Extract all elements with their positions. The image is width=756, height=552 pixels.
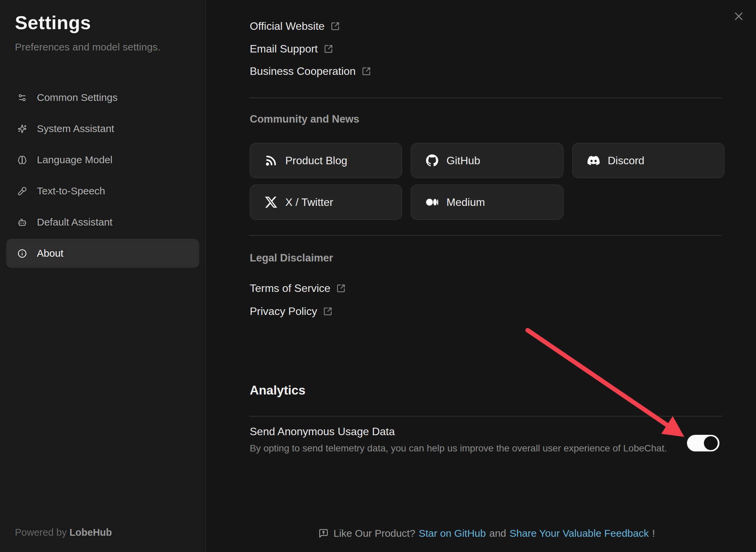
external-link-icon — [362, 67, 371, 76]
share-feedback-link[interactable]: Share Your Valuable Feedback — [510, 528, 649, 539]
sliders-icon — [18, 93, 27, 102]
sidebar-item-text-to-speech[interactable]: Text-to-Speech — [6, 176, 199, 206]
bot-icon — [18, 218, 27, 227]
page-title: Settings — [15, 12, 91, 34]
sidebar-item-label: Language Model — [37, 154, 113, 166]
button-label: Discord — [608, 154, 644, 167]
external-link-icon — [323, 307, 332, 316]
email-support-link[interactable]: Email Support — [250, 43, 333, 55]
feedback-footer: Like Our Product? Star on GitHub and Sha… — [249, 528, 725, 539]
feedback-icon — [318, 528, 329, 538]
sidebar-item-default-assistant[interactable]: Default Assistant — [6, 208, 199, 237]
send-usage-data-description: By opting to send telemetry data, you ca… — [250, 443, 667, 454]
business-cooperation-link[interactable]: Business Cooperation — [250, 65, 371, 78]
external-link-icon — [331, 22, 340, 31]
sparkles-icon — [18, 124, 27, 133]
button-label: X / Twitter — [285, 196, 333, 209]
section-divider — [249, 416, 722, 417]
section-divider — [249, 98, 722, 98]
analytics-heading: Analytics — [250, 383, 306, 398]
section-divider — [249, 235, 722, 236]
official-website-link[interactable]: Official Website — [250, 20, 340, 33]
medium-button[interactable]: Medium — [411, 185, 563, 220]
sidebar-nav: Common Settings System Assistant Languag… — [6, 83, 199, 268]
x-icon — [265, 196, 277, 208]
footer-text: ! — [652, 528, 655, 539]
powered-by: Powered byLobeHub — [15, 527, 112, 538]
github-icon — [426, 154, 438, 167]
medium-icon — [426, 196, 438, 208]
discord-icon — [587, 154, 600, 167]
close-button[interactable] — [728, 6, 749, 26]
sidebar-item-label: System Assistant — [37, 123, 114, 134]
rss-icon — [265, 154, 277, 167]
x-twitter-button[interactable]: X / Twitter — [250, 185, 402, 220]
button-label: Product Blog — [285, 154, 347, 167]
sidebar-item-label: About — [37, 248, 63, 259]
external-link-icon — [324, 44, 333, 54]
sidebar-item-language-model[interactable]: Language Model — [6, 145, 199, 174]
link-label: Terms of Service — [250, 282, 330, 295]
community-buttons: Product Blog GitHub Discord X / Twitter … — [250, 143, 725, 220]
mic-icon — [18, 187, 27, 196]
button-label: Medium — [446, 196, 485, 209]
link-label: Business Cooperation — [250, 65, 356, 78]
info-icon — [18, 249, 27, 258]
button-label: GitHub — [446, 154, 480, 167]
privacy-policy-link[interactable]: Privacy Policy — [250, 305, 332, 318]
settings-sidebar: Settings Preferences and model settings.… — [0, 0, 206, 552]
legal-heading: Legal Disclaimer — [250, 252, 333, 264]
sidebar-item-label: Text-to-Speech — [37, 185, 105, 197]
footer-text: Like Our Product? — [333, 528, 415, 539]
external-link-icon — [336, 284, 346, 293]
sidebar-item-label: Common Settings — [37, 92, 117, 103]
link-label: Official Website — [250, 20, 325, 33]
toggle-knob — [704, 436, 718, 450]
page-subtitle: Preferences and model settings. — [15, 41, 160, 53]
product-blog-button[interactable]: Product Blog — [250, 143, 402, 178]
powered-by-text: Powered by — [15, 527, 67, 538]
link-label: Privacy Policy — [250, 305, 317, 318]
star-on-github-link[interactable]: Star on GitHub — [419, 528, 486, 539]
sidebar-item-common-settings[interactable]: Common Settings — [6, 83, 199, 112]
sidebar-item-about[interactable]: About — [6, 239, 199, 268]
about-panel: Contact Us Official Website Email Suppor… — [206, 0, 756, 552]
send-usage-data-toggle[interactable] — [687, 435, 719, 451]
link-label: Email Support — [250, 43, 318, 55]
footer-text: and — [489, 528, 506, 539]
lobehub-brand: LobeHub — [69, 527, 112, 538]
settings-modal: Settings Preferences and model settings.… — [0, 0, 756, 552]
sidebar-item-system-assistant[interactable]: System Assistant — [6, 114, 199, 143]
discord-button[interactable]: Discord — [572, 143, 725, 178]
close-icon — [732, 10, 745, 23]
github-button[interactable]: GitHub — [411, 143, 563, 178]
community-heading: Community and News — [250, 113, 359, 125]
terms-of-service-link[interactable]: Terms of Service — [250, 282, 346, 295]
brain-icon — [18, 155, 27, 165]
send-usage-data-label: Send Anonymous Usage Data — [250, 425, 395, 438]
sidebar-item-label: Default Assistant — [37, 216, 112, 228]
contact-us-heading: Contact Us — [250, 0, 305, 2]
